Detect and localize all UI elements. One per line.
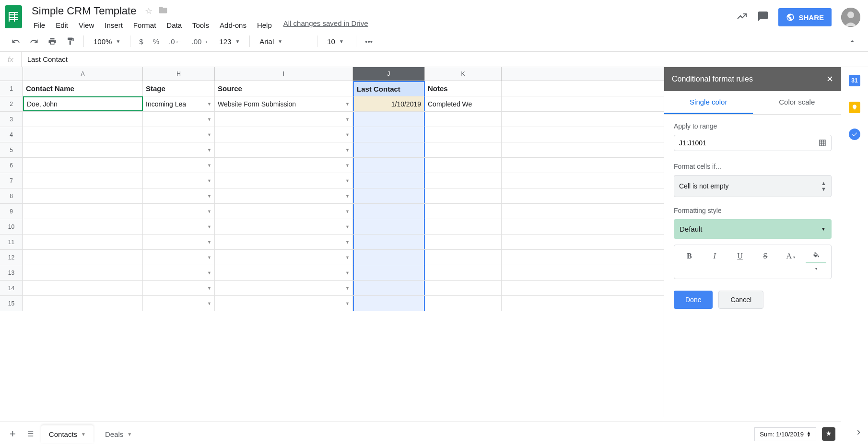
dropdown-icon[interactable]: ▼ — [207, 240, 211, 245]
row-header[interactable]: 3 — [0, 112, 23, 127]
cell-K10[interactable] — [425, 219, 502, 234]
menu-tools[interactable]: Tools — [188, 19, 214, 31]
cell-H12[interactable]: ▼ — [143, 250, 215, 265]
dropdown-icon[interactable]: ▼ — [345, 102, 350, 106]
menu-addons[interactable]: Add-ons — [215, 19, 251, 31]
cell-K6[interactable] — [425, 158, 502, 173]
cell-A11[interactable] — [23, 235, 143, 249]
dropdown-icon[interactable]: ▼ — [207, 255, 211, 260]
cell-K11[interactable] — [425, 235, 502, 249]
cell-A10[interactable] — [23, 219, 143, 234]
dropdown-icon[interactable]: ▼ — [345, 178, 350, 183]
currency-button[interactable]: $ — [135, 35, 147, 48]
cell-H1[interactable]: Stage — [143, 81, 215, 96]
decrease-decimal-button[interactable]: .0← — [165, 35, 186, 48]
font-size-dropdown[interactable]: 10▼ — [322, 35, 351, 47]
row-header[interactable]: 12 — [0, 250, 23, 265]
cell-I8[interactable]: ▼ — [215, 188, 353, 203]
menu-format[interactable]: Format — [129, 19, 161, 31]
redo-button[interactable] — [26, 34, 42, 48]
range-field[interactable] — [679, 139, 819, 147]
dropdown-icon[interactable]: ▼ — [345, 240, 350, 245]
condition-select[interactable]: Cell is not empty ▲▼ — [674, 175, 832, 197]
cell-A13[interactable] — [23, 265, 143, 280]
cell-H8[interactable]: ▼ — [143, 188, 215, 203]
dropdown-icon[interactable]: ▼ — [207, 132, 211, 137]
user-avatar[interactable] — [841, 8, 860, 27]
cell-I15[interactable]: ▼ — [215, 296, 353, 311]
calendar-icon[interactable]: 31 — [849, 75, 860, 86]
row-header[interactable]: 10 — [0, 219, 23, 234]
cell-A2[interactable]: Doe, John — [23, 96, 143, 111]
grid-body[interactable]: 1Contact NameStageSourceLast ContactNote… — [0, 81, 664, 417]
done-button[interactable]: Done — [674, 291, 713, 309]
cell-I13[interactable]: ▼ — [215, 265, 353, 280]
cell-A14[interactable] — [23, 281, 143, 295]
cell-K2[interactable]: Completed We — [425, 96, 502, 111]
dropdown-icon[interactable]: ▼ — [207, 148, 211, 153]
row-header[interactable]: 6 — [0, 158, 23, 173]
star-icon[interactable]: ☆ — [145, 6, 152, 16]
folder-icon[interactable] — [158, 5, 168, 17]
cell-J6[interactable] — [353, 158, 425, 173]
more-toolbar-button[interactable]: ••• — [361, 35, 376, 48]
cell-H7[interactable]: ▼ — [143, 173, 215, 188]
dropdown-icon[interactable]: ▼ — [207, 270, 211, 275]
cell-I9[interactable]: ▼ — [215, 204, 353, 219]
cell-K12[interactable] — [425, 250, 502, 265]
cell-J3[interactable] — [353, 112, 425, 127]
dropdown-icon[interactable]: ▼ — [345, 117, 350, 122]
row-header[interactable]: 9 — [0, 204, 23, 219]
dropdown-icon[interactable]: ▼ — [345, 301, 350, 306]
cell-K4[interactable] — [425, 127, 502, 142]
dropdown-icon[interactable]: ▼ — [207, 163, 211, 168]
row-header[interactable]: 8 — [0, 188, 23, 203]
cell-H3[interactable]: ▼ — [143, 112, 215, 127]
document-title[interactable]: Simple CRM Template — [29, 4, 139, 18]
cell-J1[interactable]: Last Contact — [353, 81, 425, 96]
cell-A5[interactable] — [23, 142, 143, 157]
cell-H15[interactable]: ▼ — [143, 296, 215, 311]
col-header-J[interactable]: J — [353, 67, 425, 81]
cell-J13[interactable] — [353, 265, 425, 280]
cell-I14[interactable]: ▼ — [215, 281, 353, 295]
bold-button[interactable]: B — [677, 248, 702, 276]
col-header-A[interactable]: A — [23, 67, 143, 81]
cell-K9[interactable] — [425, 204, 502, 219]
tab-single-color[interactable]: Single color — [664, 91, 753, 114]
cell-I6[interactable]: ▼ — [215, 158, 353, 173]
row-header[interactable]: 15 — [0, 296, 23, 311]
cell-J15[interactable] — [353, 296, 425, 311]
keep-icon[interactable] — [849, 102, 860, 113]
menu-view[interactable]: View — [74, 19, 99, 31]
text-color-button[interactable]: A ▾ — [778, 248, 803, 276]
dropdown-icon[interactable]: ▼ — [345, 209, 350, 214]
save-status[interactable]: All changes saved in Drive — [283, 19, 368, 31]
dropdown-icon[interactable]: ▼ — [345, 163, 350, 168]
cell-A8[interactable] — [23, 188, 143, 203]
cell-A15[interactable] — [23, 296, 143, 311]
row-header[interactable]: 2 — [0, 96, 23, 111]
cell-A7[interactable] — [23, 173, 143, 188]
cell-J8[interactable] — [353, 188, 425, 203]
cell-H13[interactable]: ▼ — [143, 265, 215, 280]
sheets-app-icon[interactable] — [4, 4, 23, 30]
close-icon[interactable]: ✕ — [826, 74, 833, 84]
cell-H4[interactable]: ▼ — [143, 127, 215, 142]
cell-K13[interactable] — [425, 265, 502, 280]
cell-J12[interactable] — [353, 250, 425, 265]
cell-H10[interactable]: ▼ — [143, 219, 215, 234]
dropdown-icon[interactable]: ▼ — [207, 286, 211, 291]
comment-icon[interactable] — [757, 11, 769, 24]
cell-K14[interactable] — [425, 281, 502, 295]
share-button[interactable]: SHARE — [778, 8, 832, 26]
cell-I5[interactable]: ▼ — [215, 142, 353, 157]
cell-A12[interactable] — [23, 250, 143, 265]
fill-color-button[interactable]: ▾ — [804, 248, 828, 276]
dropdown-icon[interactable]: ▼ — [345, 270, 350, 275]
cell-H9[interactable]: ▼ — [143, 204, 215, 219]
dropdown-icon[interactable]: ▼ — [207, 178, 211, 183]
cell-I12[interactable]: ▼ — [215, 250, 353, 265]
dropdown-icon[interactable]: ▼ — [207, 117, 211, 122]
underline-button[interactable]: U — [728, 248, 752, 276]
